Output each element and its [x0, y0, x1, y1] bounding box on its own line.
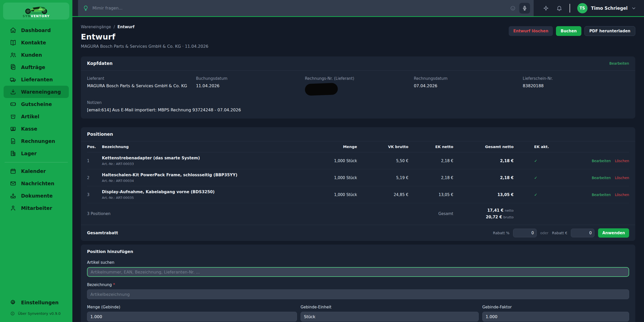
sidebar-item-lager[interactable]: Lager [0, 147, 72, 160]
user-icon [10, 205, 16, 211]
item-name: Kettenstrebenadapter (das smarte System) [102, 156, 306, 160]
apply-discount-button[interactable]: Anwenden [598, 228, 629, 238]
emoji-button[interactable] [510, 5, 516, 11]
article-search-field: Artikel suchen [87, 260, 629, 277]
sidebar-item-kontakte[interactable]: Kontakte [0, 36, 72, 49]
bezeichnung-input[interactable] [87, 289, 629, 299]
required-mark: * [113, 282, 115, 287]
table-row: 3 Display-Aufnahme, Kabelabgang vorne (B… [87, 186, 629, 203]
kopfdaten-card: Kopfdaten Bearbeiten Lieferant MAGURA Bo… [81, 56, 635, 119]
sidebar-item-label: Nachrichten [21, 181, 54, 186]
gebinde-faktor-field: Gebinde-Faktor [482, 305, 629, 321]
page-title: Entwurf [81, 32, 208, 41]
menge-gebinde-input[interactable] [87, 312, 297, 321]
row-delete-link[interactable]: Löschen [615, 159, 629, 163]
user-menu[interactable]: TS Timo Schriegel [577, 3, 636, 13]
breadcrumb-parent[interactable]: Wareneingänge [81, 25, 111, 29]
gebinde-einheit-label: Gebinde-Einheit [301, 305, 479, 309]
sidebar-item-label: Wareneingang [21, 89, 61, 95]
row-edit-link[interactable]: Bearbeiten [592, 193, 611, 197]
check-icon: ✓ [514, 159, 568, 163]
rabatt-euro-label: Rabatt € [552, 231, 568, 235]
sidebar-item-dashboard[interactable]: Dashboard [0, 24, 72, 36]
sidebar-item-label: Einstellungen [21, 300, 59, 305]
field-buchungsdatum: Buchungsdatum 11.04.2026 [196, 76, 302, 95]
app-root: SYNVENTORY Dashboard Kontakte Kunden [0, 0, 644, 322]
article-search-input[interactable] [87, 267, 629, 277]
microphone-icon [522, 5, 527, 11]
lightbulb-icon [83, 5, 89, 11]
sidebar-item-label: Dashboard [21, 27, 51, 33]
positionen-card: Positionen Pos. Bezeichnung Menge VK bru… [81, 127, 635, 241]
row-edit-link[interactable]: Bearbeiten [592, 159, 611, 163]
topbar: TS Timo Schriegel [72, 0, 644, 17]
gebinde-faktor-input[interactable] [482, 312, 629, 321]
delete-draft-button[interactable]: Entwurf löschen [509, 26, 553, 36]
sidebar-item-label: Kontakte [21, 40, 46, 45]
sidebar: SYNVENTORY Dashboard Kontakte Kunden [0, 0, 72, 322]
sidebar-about[interactable]: Über Synventory v0.9.0 [0, 309, 72, 318]
mic-button[interactable] [519, 3, 530, 14]
field-rechnungs-nr: Rechnungs-Nr. (Lieferant) [305, 76, 411, 95]
main-area: TS Timo Schriegel Wareneingänge / Entwur… [72, 0, 644, 322]
sidebar-item-lieferanten[interactable]: Lieferanten [0, 73, 72, 86]
sidebar-item-auftraege[interactable]: Aufträge [0, 61, 72, 73]
sidebar-item-wareneingang[interactable]: Wareneingang [4, 86, 69, 98]
redacted-value [305, 83, 338, 96]
sidebar-nav: Dashboard Kontakte Kunden Aufträge [0, 24, 72, 214]
book-button[interactable]: Buchen [556, 26, 581, 36]
clipboard-copy-icon [10, 64, 16, 71]
info-icon [10, 311, 15, 316]
menge-gebinde-field: Menge (Gebinde) [87, 305, 297, 321]
assistant-sparkle-button[interactable] [543, 5, 549, 11]
kopfdaten-edit-link[interactable]: Bearbeiten [609, 61, 629, 65]
sidebar-item-kunden[interactable]: Kunden [0, 49, 72, 61]
topbar-actions: TS Timo Schriegel [534, 0, 644, 16]
bezeichnung-label: Bezeichnung [87, 282, 112, 287]
bezeichnung-field: Bezeichnung * [87, 282, 629, 299]
sidebar-item-label: Lieferanten [21, 77, 53, 82]
sidebar-divider [5, 162, 68, 162]
download-pdf-button[interactable]: PDF herunterladen [584, 26, 635, 36]
assistant-search-input[interactable] [92, 6, 506, 11]
row-delete-link[interactable]: Löschen [615, 176, 629, 180]
sidebar-item-label: Aufträge [21, 64, 45, 70]
check-icon: ✓ [514, 192, 568, 197]
gebinde-einheit-input[interactable] [301, 312, 479, 321]
box-icon [10, 113, 16, 120]
field-rechnungsdatum: Rechnungsdatum 07.04.2026 [414, 76, 520, 95]
sidebar-item-kalender[interactable]: Kalender [0, 165, 72, 177]
rabatt-or-label: oder [540, 231, 549, 235]
row-delete-link[interactable]: Löschen [615, 193, 629, 197]
sparkle-icon [543, 5, 549, 11]
sidebar-item-label: Rechnungen [21, 138, 55, 144]
field-lieferschein-nr: Lieferschein-Nr. 83820188 [523, 76, 629, 95]
sidebar-item-einstellungen[interactable]: Einstellungen [0, 296, 72, 309]
notifications-button[interactable] [556, 5, 562, 11]
sidebar-item-gutscheine[interactable]: Gutscheine [0, 98, 72, 110]
rabatt-euro-input[interactable] [571, 229, 594, 237]
add-position-title: Position hinzufügen [87, 249, 629, 254]
sidebar-item-nachrichten[interactable]: Nachrichten [0, 177, 72, 190]
about-label: Über Synventory v0.9.0 [18, 311, 61, 316]
gebinde-faktor-label: Gebinde-Faktor [482, 305, 629, 309]
sidebar-item-kasse[interactable]: Kasse [0, 123, 72, 135]
avatar: TS [577, 3, 588, 13]
breadcrumb: Wareneingänge / Entwurf [81, 25, 208, 29]
item-art-nr: Art.-Nr.: ART-00035 [102, 196, 306, 200]
sidebar-item-artikel[interactable]: Artikel [0, 110, 72, 123]
table-row: 2 Halteschalen-Kit PowerPack Frame, schl… [87, 169, 629, 186]
breadcrumb-current: Entwurf [118, 25, 135, 29]
mail-icon [10, 180, 16, 187]
page-content: Wareneingänge / Entwurf Entwurf MAGURA B… [72, 17, 644, 322]
sidebar-item-mitarbeiter[interactable]: Mitarbeiter [0, 202, 72, 214]
sidebar-item-dokumente[interactable]: Dokumente [0, 190, 72, 202]
brand-logo[interactable]: SYNVENTORY [3, 3, 69, 19]
item-name: Halteschalen-Kit PowerPack Frame, schlos… [102, 173, 306, 177]
page-subtitle: MAGURA Bosch Parts & Services GmbH & Co.… [81, 44, 208, 49]
bell-icon [556, 5, 562, 11]
rabatt-percent-input[interactable] [513, 229, 537, 237]
row-edit-link[interactable]: Bearbeiten [592, 176, 611, 180]
sidebar-item-rechnungen[interactable]: Rechnungen [0, 135, 72, 147]
field-notizen: Notizen [email:614] Aus E-Mail importier… [87, 100, 629, 112]
